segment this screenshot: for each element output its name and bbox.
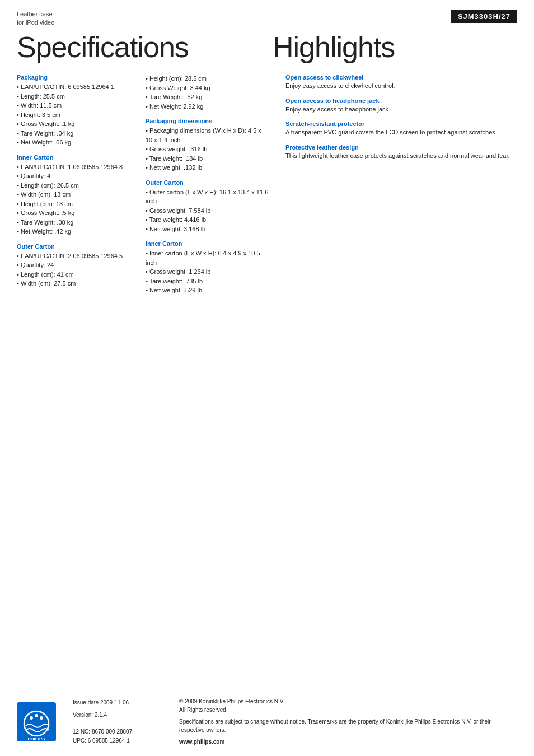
svg-point-3: [35, 714, 38, 717]
svg-point-4: [40, 716, 43, 720]
issue-date: Issue date 2009-11-06: [73, 698, 162, 707]
list-item: Packaging dimensions (W x H x D): 4.5 x …: [146, 126, 269, 144]
model-badge: SJM3303H/27: [451, 10, 517, 23]
main-content: Packaging EAN/UPC/GTIN: 6 09585 12964 1 …: [0, 68, 534, 295]
highlight-clickwheel: Open access to clickwheel Enjoy easy acc…: [285, 74, 517, 90]
inner-carton-mid-list: Inner carton (L x W x H): 6.4 x 4.9 x 10…: [146, 249, 269, 295]
specifications-title: Specifications: [17, 32, 261, 63]
list-item: Tare Weight: .52 kg: [146, 92, 269, 102]
header: Leather case for iPod video SJM3303H/27: [0, 0, 534, 27]
highlight-scratch-text: A transparent PVC guard covers the LCD s…: [285, 128, 517, 137]
list-item: Tare weight: .184 lb: [146, 154, 269, 164]
product-label: Leather case for iPod video: [17, 10, 54, 27]
list-item: Gross weight: 1.264 lb: [146, 267, 269, 277]
packaging-dimensions-list: Packaging dimensions (W x H x D): 4.5 x …: [146, 126, 269, 172]
outer-carton-mid-title: Outer Carton: [146, 179, 269, 186]
list-item: Length (cm): 26.5 cm: [17, 181, 140, 190]
philips-logo: PHILIPS: [17, 702, 56, 741]
inner-carton-mid-title: Inner Carton: [146, 240, 269, 247]
list-item: Nett weight: 3.168 lb: [146, 225, 269, 234]
list-item: Tare Weight: .04 kg: [17, 129, 140, 138]
version: Version: 2.1.4: [73, 711, 162, 720]
packaging-continued-list: Height (cm): 28.5 cm Gross Weight: 3.44 …: [146, 74, 269, 111]
footer-legal: © 2009 Koninklijke Philips Electronics N…: [179, 697, 517, 746]
highlight-leather-heading: Protective leather design: [285, 144, 517, 151]
list-item: EAN/UPC/GTIN: 6 09585 12964 1: [17, 82, 140, 92]
packaging-list: EAN/UPC/GTIN: 6 09585 12964 1 Length: 25…: [17, 82, 140, 147]
list-item: EAN/UPC/GTIN: 2 06 09585 12964 5: [17, 251, 140, 261]
website[interactable]: www.philips.com: [179, 738, 517, 746]
list-item: Gross Weight: .5 kg: [17, 208, 140, 218]
highlight-headphone: Open access to headphone jack Enjoy easy…: [285, 97, 517, 114]
highlight-scratch: Scratch-resistant protector A transparen…: [285, 120, 517, 137]
list-item: Width: 11.5 cm: [17, 101, 140, 110]
list-item: Gross weight: .316 lb: [146, 144, 269, 154]
list-item: Tare weight: 4.416 lb: [146, 215, 269, 225]
page: Leather case for iPod video SJM3303H/27 …: [0, 0, 534, 756]
list-item: Tare Weight: .08 kg: [17, 218, 140, 227]
list-item: Net Weight: .42 kg: [17, 227, 140, 236]
footer-meta: Issue date 2009-11-06 Version: 2.1.4 12 …: [73, 698, 162, 745]
footer: PHILIPS Issue date 2009-11-06 Version: 2…: [0, 687, 534, 756]
highlights-column: Open access to clickwheel Enjoy easy acc…: [274, 74, 517, 295]
product-line2: for iPod video: [17, 18, 54, 27]
copyright: © 2009 Koninklijke Philips Electronics N…: [179, 697, 517, 706]
list-item: Nett weight: .132 lb: [146, 163, 269, 172]
list-item: Gross Weight: 3.44 kg: [146, 83, 269, 93]
packaging-dimensions-title: Packaging dimensions: [146, 118, 269, 124]
outer-carton-title: Outer Carton: [17, 243, 140, 250]
highlight-leather-text: This lightweight leather case protects a…: [285, 152, 517, 160]
titles-row: Specifications Highlights: [0, 27, 534, 63]
list-item: Nett weight: .529 lb: [146, 286, 269, 295]
outer-carton-list: EAN/UPC/GTIN: 2 06 09585 12964 5 Quantit…: [17, 251, 140, 288]
list-item: Gross weight: 7.584 lb: [146, 206, 269, 216]
list-item: Height (cm): 13 cm: [17, 199, 140, 209]
specs-left-column: Packaging EAN/UPC/GTIN: 6 09585 12964 1 …: [17, 74, 146, 295]
list-item: Height (cm): 28.5 cm: [146, 74, 269, 83]
list-item: Length: 25.5 cm: [17, 92, 140, 101]
specs-mid-column: Height (cm): 28.5 cm Gross Weight: 3.44 …: [146, 74, 274, 295]
product-line1: Leather case: [17, 10, 54, 18]
rights: All Rights reserved.: [179, 706, 517, 714]
nc-label: 12 NC: 8670 000 28807: [73, 727, 162, 736]
list-item: Height: 3.5 cm: [17, 110, 140, 120]
inner-carton-title: Inner Carton: [17, 154, 140, 161]
svg-point-2: [30, 716, 33, 720]
list-item: Quantity: 24: [17, 260, 140, 270]
highlight-clickwheel-text: Enjoy easy access to clickwheel control.: [285, 82, 517, 90]
list-item: Net Weight: 2.92 kg: [146, 102, 269, 111]
highlight-scratch-heading: Scratch-resistant protector: [285, 120, 517, 127]
highlight-clickwheel-heading: Open access to clickwheel: [285, 74, 517, 81]
list-item: Gross Weight: .1 kg: [17, 119, 140, 129]
highlight-headphone-text: Enjoy easy access to headphone jack.: [285, 105, 517, 114]
inner-carton-list: EAN/UPC/GTIN: 1 06 09585 12964 8 Quantit…: [17, 162, 140, 236]
list-item: EAN/UPC/GTIN: 1 06 09585 12964 8: [17, 162, 140, 172]
outer-carton-mid-list: Outer carton (L x W x H): 16.1 x 13.4 x …: [146, 188, 269, 234]
disclaimer: Specifications are subject to change wit…: [179, 717, 517, 734]
list-item: Tare weight: .735 lb: [146, 277, 269, 286]
highlight-headphone-heading: Open access to headphone jack: [285, 97, 517, 104]
list-item: Quantity: 4: [17, 171, 140, 181]
list-item: Width (cm): 13 cm: [17, 190, 140, 199]
upc-label: UPC: 6 09585 12964 1: [73, 736, 162, 745]
highlights-title: Highlights: [261, 32, 517, 63]
svg-text:PHILIPS: PHILIPS: [27, 736, 45, 741]
list-item: Inner carton (L x W x H): 6.4 x 4.9 x 10…: [146, 249, 269, 267]
packaging-title: Packaging: [17, 74, 140, 81]
highlight-leather: Protective leather design This lightweig…: [285, 144, 517, 160]
list-item: Width (cm): 27.5 cm: [17, 279, 140, 288]
list-item: Length (cm): 41 cm: [17, 270, 140, 279]
list-item: Outer carton (L x W x H): 16.1 x 13.4 x …: [146, 188, 269, 206]
list-item: Net Weight: .06 kg: [17, 138, 140, 147]
